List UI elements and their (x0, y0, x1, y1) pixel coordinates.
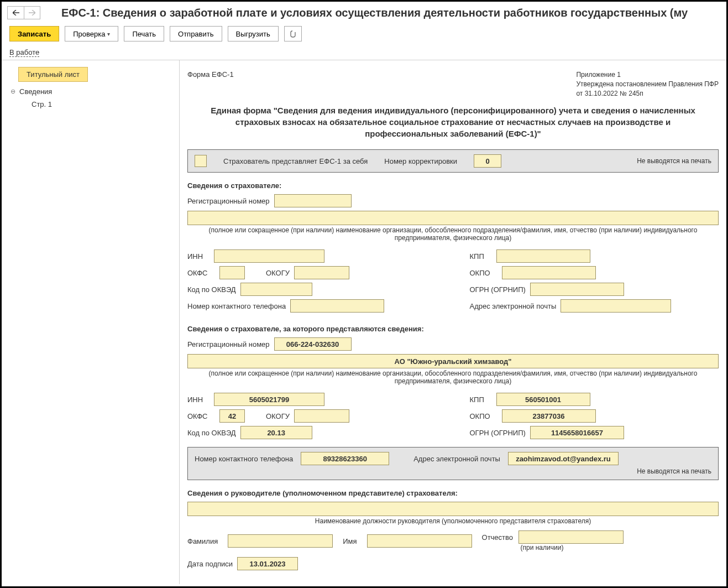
ogrn2-input[interactable]: 1145658016657 (530, 426, 624, 439)
attach-button[interactable] (284, 26, 302, 41)
date-input[interactable]: 13.01.2023 (237, 557, 298, 570)
form-approval: Приложение 1 Утверждена постановлением П… (576, 70, 719, 98)
patr-label: Отчество (482, 533, 514, 542)
self-checkbox[interactable] (195, 155, 207, 167)
okpo2-input[interactable]: 23877036 (502, 409, 596, 423)
arrow-left-icon (13, 10, 19, 15)
org-name-hint: (полное или сокращенное (при наличии) на… (187, 226, 719, 242)
okved-input[interactable] (240, 283, 312, 296)
back-button[interactable] (7, 6, 24, 19)
kpp2-label: КПП (470, 396, 492, 404)
sec2-heading: Сведения о страхователе, за которого пре… (187, 325, 719, 333)
okogu2-input[interactable] (294, 409, 349, 423)
sec3-heading: Сведения о руководителе (уполномоченном … (187, 489, 719, 497)
forward-button[interactable] (24, 6, 40, 19)
name-label: Имя (343, 537, 357, 545)
reg2-label: Регистрационный номер (187, 340, 270, 348)
phone2-input[interactable]: 89328623360 (301, 452, 389, 465)
noprint-label: Не выводятся на печать (637, 157, 711, 165)
reg2-input[interactable]: 066-224-032630 (274, 337, 352, 351)
corr-label: Номер корректировки (384, 157, 457, 165)
arrow-right-icon (29, 10, 35, 15)
okpo-input[interactable] (502, 266, 596, 279)
phone-label: Номер контактного телефона (187, 302, 286, 310)
patr-hint: (при наличии) (521, 544, 624, 551)
email-label: Адрес электронной почты (470, 302, 557, 310)
okogu2-label: ОКОГУ (266, 412, 290, 420)
contact-panel: Номер контактного телефона 89328623360 А… (187, 447, 719, 480)
self-text: Страхователь представляет ЕФС-1 за себя (223, 157, 368, 165)
appendix-label: Приложение 1 (576, 70, 719, 80)
okved2-input[interactable]: 20.13 (240, 426, 312, 439)
okfs-label: ОКФС (187, 269, 215, 277)
date-label: Дата подписи (187, 560, 233, 568)
corr-number-input[interactable]: 0 (474, 154, 501, 168)
self-panel: Страхователь представляет ЕФС-1 за себя … (187, 149, 719, 173)
paperclip-icon (289, 30, 297, 38)
name-input[interactable] (367, 534, 472, 548)
noprint2-label: Не выводятся на печать (195, 467, 711, 475)
position-hint: Наименование должности руководителя (упо… (187, 517, 719, 525)
okfs2-label: ОКФС (187, 412, 215, 420)
okpo2-label: ОКПО (470, 412, 497, 420)
kpp-label: КПП (470, 252, 492, 261)
okfs2-input[interactable]: 42 (219, 409, 245, 423)
sec1-heading: Сведения о страхователе: (187, 181, 719, 190)
okfs-input[interactable] (219, 266, 245, 279)
position-input[interactable] (187, 502, 719, 516)
ogrn2-label: ОГРН (ОГРНИП) (470, 429, 526, 437)
reg-input[interactable] (274, 194, 352, 207)
inn-input[interactable] (214, 249, 324, 263)
okogu-input[interactable] (294, 266, 349, 279)
form-code: Форма ЕФС-1 (187, 70, 234, 98)
okved-label: Код по ОКВЭД (187, 285, 236, 294)
okogu-label: ОКОГУ (266, 269, 290, 277)
tree-info-label: Сведения (19, 87, 52, 96)
print-button[interactable]: Печать (124, 26, 164, 41)
content-area: Форма ЕФС-1 Приложение 1 Утверждена пост… (180, 60, 726, 584)
export-button[interactable]: Выгрузить (228, 26, 279, 41)
save-button[interactable]: Записать (9, 26, 59, 41)
phone-input[interactable] (290, 299, 384, 313)
sidebar: Титульный лист ⊖ Сведения Стр. 1 (2, 60, 180, 584)
status-link[interactable]: В работе (9, 48, 39, 57)
org2-name-hint: (полное или сокращенное (при наличии) на… (187, 370, 719, 385)
kpp2-input[interactable]: 560501001 (496, 393, 590, 406)
ogrn-input[interactable] (530, 283, 624, 296)
ogrn-label: ОГРН (ОГРНИП) (470, 285, 526, 294)
inn2-input[interactable]: 5605021799 (214, 393, 324, 406)
phone2-label: Номер контактного телефона (195, 455, 293, 463)
form-title: Единая форма "Сведения для ведения индив… (210, 105, 696, 139)
send-button[interactable]: Отправить (170, 26, 222, 41)
tree-info[interactable]: ⊖ Сведения (6, 85, 175, 98)
fam-input[interactable] (228, 534, 333, 548)
email-input[interactable] (561, 299, 671, 313)
tab-title-page[interactable]: Титульный лист (18, 67, 88, 82)
check-button[interactable]: Проверка (65, 26, 118, 41)
org2-name-input[interactable]: АО "Южно-уральский химзавод" (187, 354, 719, 368)
patr-input[interactable] (518, 530, 624, 544)
kpp-input[interactable] (496, 249, 590, 263)
email2-label: Адрес электронной почты (413, 455, 500, 463)
tree-page1-label: Стр. 1 (32, 100, 52, 108)
org-name-input[interactable] (187, 211, 719, 225)
inn-label: ИНН (187, 252, 210, 261)
page-title: ЕФС-1: Сведения о заработной плате и усл… (61, 7, 688, 19)
tree-page1[interactable]: Стр. 1 (6, 98, 175, 111)
reg-label: Регистрационный номер (187, 197, 270, 205)
approved-label: Утверждена постановлением Правления ПФР (576, 80, 719, 89)
inn2-label: ИНН (187, 396, 210, 404)
email2-input[interactable]: zaohimzavod.ot@yandex.ru (508, 452, 619, 465)
collapse-icon: ⊖ (11, 88, 16, 95)
fam-label: Фамилия (187, 537, 218, 545)
okved2-label: Код по ОКВЭД (187, 429, 236, 437)
okpo-label: ОКПО (470, 269, 497, 277)
dated-label: от 31.10.2022 № 245п (576, 89, 719, 98)
